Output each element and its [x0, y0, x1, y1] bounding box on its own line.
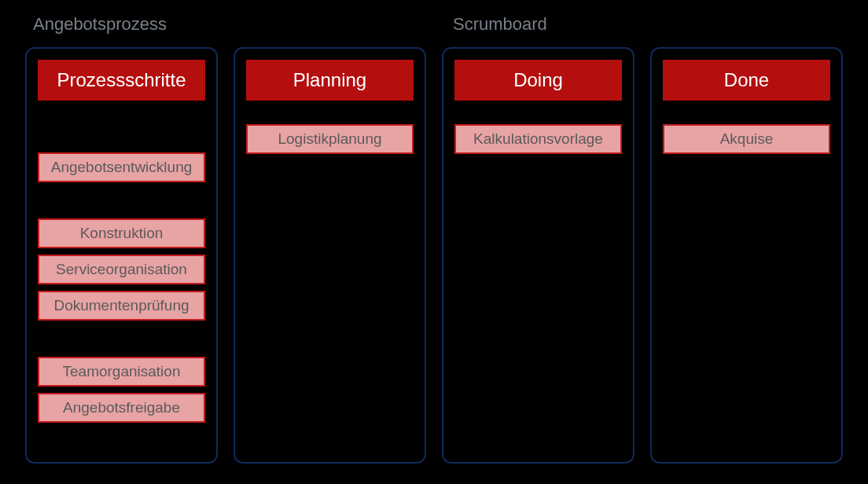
card[interactable]: Serviceorganisation: [38, 255, 205, 284]
card-slot-empty: [38, 189, 205, 218]
column-prozessschritte: Prozessschritte Angebotsentwicklung Kons…: [25, 47, 218, 464]
column-header: Done: [663, 60, 830, 101]
card[interactable]: Akquise: [663, 124, 830, 154]
card[interactable]: Dokumentenprüfung: [38, 291, 205, 321]
card[interactable]: Angebotsfreigabe: [38, 393, 205, 423]
card[interactable]: Kalkulationsvorlage: [454, 124, 622, 154]
card[interactable]: Teamorganisation: [38, 357, 205, 387]
board-columns: Prozessschritte Angebotsentwicklung Kons…: [25, 47, 843, 464]
column-header: Planning: [246, 60, 414, 101]
column-header: Prozessschritte: [38, 60, 205, 101]
section-label-left: Angebotsprozess: [33, 14, 167, 35]
column-planning: Planning Logistikplanung: [234, 47, 426, 464]
column-done: Done Akquise: [650, 47, 843, 464]
card-slot-empty: [38, 327, 205, 357]
card[interactable]: Angebotsentwicklung: [38, 152, 205, 182]
card-slot-empty: [38, 124, 205, 152]
card[interactable]: Konstruktion: [38, 218, 205, 248]
column-header: Doing: [454, 60, 622, 101]
card[interactable]: Logistikplanung: [246, 124, 414, 154]
section-label-right: Scrumboard: [453, 14, 547, 35]
column-doing: Doing Kalkulationsvorlage: [442, 47, 634, 464]
